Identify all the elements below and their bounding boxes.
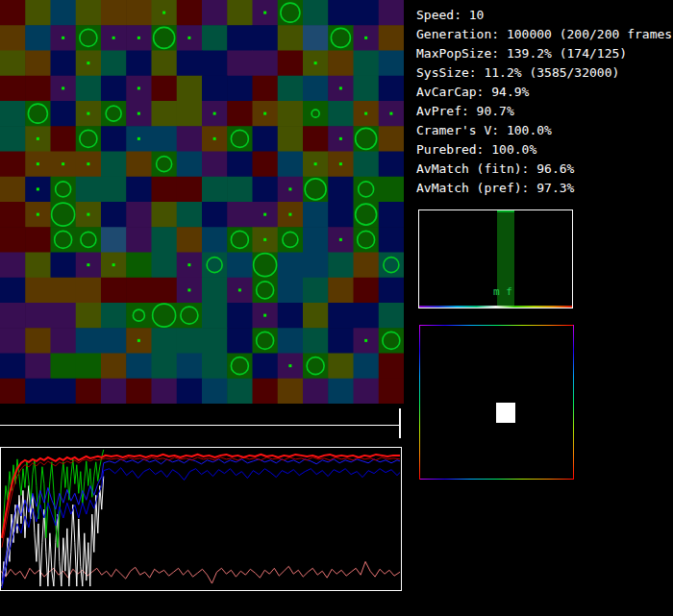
history-chart (0, 447, 402, 591)
sex-ratio-panel: m f (418, 209, 573, 308)
stat-avmatch-pref: AvMatch (pref): 97.3% (416, 179, 666, 198)
timeline-track[interactable] (0, 425, 400, 426)
stat-avcarcap: AvCarCap: 94.9% (416, 83, 666, 102)
rainbow-edge-top (419, 325, 574, 326)
sex-ratio-label: m f (493, 285, 512, 298)
stat-generation: Generation: 100000 (200/200 frames) (416, 25, 666, 44)
phenotype-spectrum (419, 306, 572, 308)
stat-syssize: SysSize: 11.2% (3585/32000) (416, 63, 666, 83)
stat-maxpopsize: MaxPopSize: 139.2% (174/125) (416, 44, 666, 63)
stat-avpref: AvPref: 90.7% (416, 102, 666, 121)
trait-space-panel (419, 325, 574, 480)
timeline-marker[interactable] (399, 408, 401, 438)
trait-space-marker (496, 403, 515, 423)
stat-cramers-v: Cramer's V: 100.0% (416, 121, 666, 140)
sex-ratio-bar-cap (497, 210, 514, 212)
world-grid-svg (0, 0, 404, 404)
simulation-window: Speed: 10 Generation: 100000 (200/200 fr… (0, 0, 673, 616)
rainbow-edge-bottom (419, 479, 574, 480)
rainbow-edge-left (419, 325, 420, 480)
stat-avmatch-fitn: AvMatch (fitn): 96.6% (416, 160, 666, 179)
world-grid (0, 0, 404, 404)
stat-purebred: Purebred: 100.0% (416, 140, 666, 160)
history-chart-svg (1, 448, 401, 590)
stat-speed: Speed: 10 (416, 6, 666, 25)
rainbow-edge-right (573, 325, 574, 480)
stats-panel: Speed: 10 Generation: 100000 (200/200 fr… (416, 6, 666, 198)
